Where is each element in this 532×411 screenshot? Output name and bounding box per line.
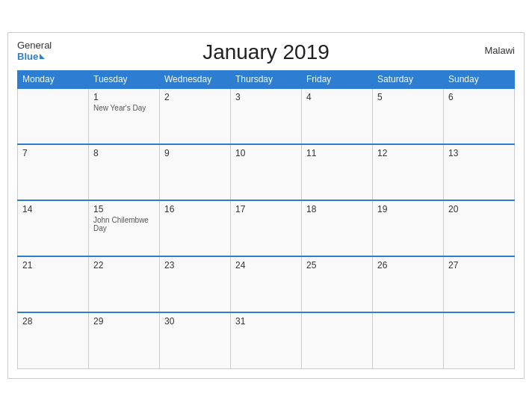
- day-number: 14: [22, 204, 84, 214]
- calendar-cell: 19: [373, 200, 444, 256]
- logo-general-text: General: [17, 40, 52, 51]
- day-number: 9: [164, 148, 226, 158]
- calendar-cell: 6: [444, 88, 515, 144]
- calendar-cell: 16: [160, 200, 231, 256]
- calendar-cell: 8: [89, 144, 160, 200]
- day-number: 3: [235, 92, 297, 102]
- day-number: 31: [235, 316, 297, 327]
- calendar-cell: 24: [231, 256, 302, 312]
- day-number: 18: [306, 204, 368, 214]
- calendar-cell: 15John Chilembwe Day: [89, 200, 160, 256]
- country-label: Malawi: [485, 45, 515, 56]
- calendar-cell: 29: [89, 312, 160, 368]
- day-number: 23: [164, 260, 226, 271]
- calendar-cell: 14: [18, 200, 89, 256]
- calendar-cell: 12: [373, 144, 444, 200]
- calendar-cell: 9: [160, 144, 231, 200]
- day-number: 11: [306, 148, 368, 158]
- day-number: 1: [93, 92, 155, 102]
- calendar-container: General Blue January 2019 Malawi MondayT…: [7, 32, 525, 379]
- calendar-cell: 26: [373, 256, 444, 312]
- day-number: 25: [306, 260, 368, 271]
- calendar-cell: 3: [231, 88, 302, 144]
- calendar-cell: [444, 312, 515, 368]
- day-number: 15: [93, 204, 155, 214]
- day-number: 2: [164, 92, 226, 102]
- day-number: 19: [377, 204, 439, 214]
- day-number: 6: [448, 92, 510, 102]
- calendar-cell: 1New Year's Day: [89, 88, 160, 144]
- calendar-cell: 30: [160, 312, 231, 368]
- week-row-5: 28293031: [18, 312, 515, 368]
- day-number: 24: [235, 260, 297, 271]
- holiday-name: New Year's Day: [93, 104, 155, 112]
- calendar-cell: 17: [231, 200, 302, 256]
- calendar-cell: [18, 88, 89, 144]
- calendar-body: 1New Year's Day23456789101112131415John …: [18, 88, 515, 368]
- calendar-cell: 13: [444, 144, 515, 200]
- day-number: 28: [22, 316, 84, 327]
- calendar-cell: 23: [160, 256, 231, 312]
- day-number: 22: [93, 260, 155, 271]
- day-number: 16: [164, 204, 226, 214]
- holiday-name: John Chilembwe Day: [93, 216, 155, 232]
- week-row-3: 1415John Chilembwe Day1617181920: [18, 200, 515, 256]
- weekday-header-friday: Friday: [302, 71, 373, 89]
- logo-blue-container: Blue: [17, 52, 45, 62]
- weekday-row: MondayTuesdayWednesdayThursdayFridaySatu…: [18, 71, 515, 89]
- logo-blue-text: Blue: [17, 52, 38, 62]
- calendar-cell: 31: [231, 312, 302, 368]
- week-row-2: 78910111213: [18, 144, 515, 200]
- day-number: 26: [377, 260, 439, 271]
- calendar-weekdays: MondayTuesdayWednesdayThursdayFridaySatu…: [18, 71, 515, 89]
- day-number: 7: [22, 148, 84, 158]
- day-number: 12: [377, 148, 439, 158]
- calendar-cell: 4: [302, 88, 373, 144]
- weekday-header-wednesday: Wednesday: [160, 71, 231, 89]
- day-number: 17: [235, 204, 297, 214]
- week-row-4: 21222324252627: [18, 256, 515, 312]
- day-number: 8: [93, 148, 155, 158]
- calendar-title: January 2019: [202, 40, 330, 64]
- calendar-cell: 25: [302, 256, 373, 312]
- calendar-cell: [373, 312, 444, 368]
- week-row-1: 1New Year's Day23456: [18, 88, 515, 144]
- day-number: 20: [448, 204, 510, 214]
- day-number: 27: [448, 260, 510, 271]
- calendar-header: General Blue January 2019 Malawi: [17, 40, 515, 64]
- weekday-header-tuesday: Tuesday: [89, 71, 160, 89]
- weekday-header-thursday: Thursday: [231, 71, 302, 89]
- calendar-cell: 11: [302, 144, 373, 200]
- day-number: 5: [377, 92, 439, 102]
- day-number: 13: [448, 148, 510, 158]
- day-number: 30: [164, 316, 226, 327]
- calendar-cell: 27: [444, 256, 515, 312]
- calendar-grid: MondayTuesdayWednesdayThursdayFridaySatu…: [17, 70, 515, 369]
- calendar-cell: 28: [18, 312, 89, 368]
- calendar-cell: 20: [444, 200, 515, 256]
- calendar-cell: 5: [373, 88, 444, 144]
- calendar-cell: 22: [89, 256, 160, 312]
- logo-triangle-icon: [40, 54, 45, 59]
- day-number: 21: [22, 260, 84, 271]
- weekday-header-monday: Monday: [18, 71, 89, 89]
- calendar-cell: 7: [18, 144, 89, 200]
- calendar-cell: 21: [18, 256, 89, 312]
- day-number: 4: [306, 92, 368, 102]
- logo: General Blue: [17, 40, 52, 62]
- calendar-cell: 18: [302, 200, 373, 256]
- weekday-header-sunday: Sunday: [444, 71, 515, 89]
- calendar-cell: 2: [160, 88, 231, 144]
- calendar-cell: [302, 312, 373, 368]
- day-number: 10: [235, 148, 297, 158]
- calendar-cell: 10: [231, 144, 302, 200]
- weekday-header-saturday: Saturday: [373, 71, 444, 89]
- day-number: 29: [93, 316, 155, 327]
